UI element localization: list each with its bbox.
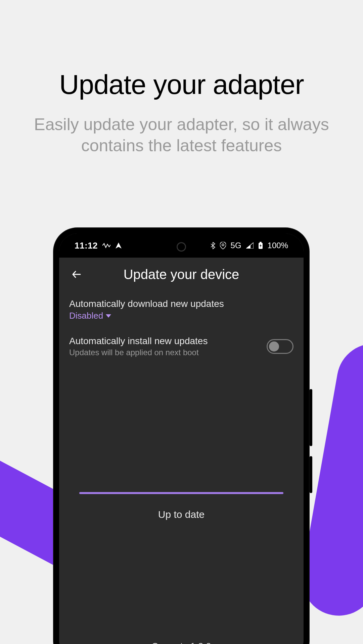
- svg-marker-7: [106, 314, 111, 318]
- phone-frame: 11:12 5G: [54, 228, 309, 644]
- battery-icon: [258, 242, 263, 249]
- setting-auto-download-value[interactable]: Disabled: [69, 311, 111, 321]
- activity-icon: [102, 243, 110, 248]
- setting-auto-install-toggle[interactable]: [267, 339, 293, 354]
- camera-cutout: [177, 242, 186, 252]
- svg-marker-0: [116, 243, 122, 249]
- setting-auto-download-label: Automatically download new updates: [69, 299, 293, 309]
- chevron-down-icon: [106, 314, 111, 318]
- svg-rect-5: [260, 242, 262, 243]
- update-status-text: Up to date: [79, 509, 283, 520]
- setting-auto-download[interactable]: Automatically download new updates Disab…: [59, 291, 304, 328]
- current-version-text: Current v1.2.0: [59, 641, 304, 644]
- phone-screen: 11:12 5G: [59, 233, 304, 644]
- appbar-title: Update your device: [59, 267, 304, 282]
- setting-auto-install[interactable]: Automatically install new updates Update…: [59, 328, 304, 365]
- statusbar-time: 11:12: [75, 240, 98, 251]
- setting-auto-install-label: Automatically install new updates: [69, 336, 260, 346]
- phone-side-button-2: [310, 456, 312, 493]
- location-icon: [220, 242, 226, 249]
- nav-arrow-icon: [115, 242, 122, 249]
- setting-auto-download-value-text: Disabled: [69, 311, 103, 321]
- page-headline: Update your adapter: [0, 69, 363, 100]
- arrow-left-icon: [71, 269, 82, 280]
- setting-auto-install-sub: Updates will be applied on next boot: [69, 348, 260, 357]
- update-progress-area: Up to date: [59, 492, 304, 520]
- svg-point-1: [222, 244, 224, 246]
- update-progress-bar: [79, 492, 283, 494]
- signal-icon: [246, 243, 254, 249]
- page-subhead: Easily update your adapter, so it always…: [0, 114, 363, 156]
- appbar: Update your device: [59, 258, 304, 291]
- toggle-knob: [269, 341, 279, 352]
- back-button[interactable]: [69, 267, 84, 282]
- phone-side-button-1: [310, 389, 312, 446]
- battery-percent: 100%: [268, 241, 288, 250]
- bluetooth-icon: [211, 242, 215, 249]
- network-label: 5G: [231, 241, 241, 250]
